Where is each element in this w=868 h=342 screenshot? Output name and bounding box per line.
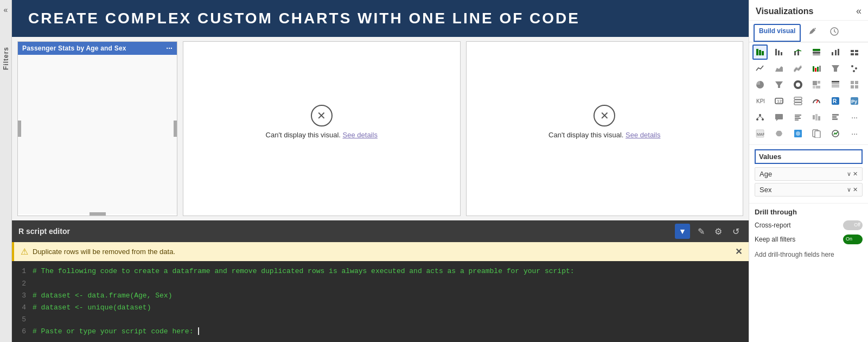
- viz-icon-bar2[interactable]: [828, 110, 843, 125]
- viz-icon-metrics[interactable]: [828, 126, 843, 141]
- tab-build-visual[interactable]: Build visual: [754, 24, 801, 42]
- svg-rect-22: [817, 67, 819, 72]
- viz-icon-table[interactable]: [828, 77, 843, 92]
- add-drillthrough-btn[interactable]: Add drill-through fields here: [755, 249, 863, 261]
- viz-icon-more[interactable]: ···: [847, 110, 862, 125]
- viz-icon-multirow-card[interactable]: [790, 93, 806, 109]
- svg-rect-30: [813, 81, 817, 85]
- visual-card-3-error-text: Can't display this visual. See details: [548, 131, 660, 139]
- viz-icon-line[interactable]: [752, 61, 768, 76]
- viz-icon-filled-map[interactable]: MAP: [752, 126, 768, 141]
- viz-icon-kpi[interactable]: KPI: [752, 93, 768, 109]
- viz-icon-paginated[interactable]: [809, 126, 824, 141]
- viz-icon-filter-visual[interactable]: [771, 77, 787, 92]
- field-age-expand[interactable]: ∨ ✕: [847, 170, 858, 178]
- r-line-code-4: # dataset <- unique(dataset): [33, 302, 151, 314]
- viz-icon-waterfall[interactable]: [809, 61, 824, 76]
- resize-handle-left[interactable]: [18, 121, 21, 137]
- viz-icon-gauge2[interactable]: [809, 93, 824, 109]
- viz-icon-more2[interactable]: ···: [847, 126, 862, 141]
- viz-icon-pie[interactable]: [752, 77, 768, 92]
- viz-icon-scatter2[interactable]: [847, 61, 862, 76]
- viz-icon-map-chart[interactable]: [809, 110, 824, 125]
- svg-rect-40: [851, 85, 854, 88]
- resize-handle-bottom[interactable]: [90, 212, 106, 216]
- viz-icon-smart-narrative[interactable]: [790, 110, 806, 125]
- r-editor-run-btn[interactable]: ▼: [675, 224, 690, 239]
- svg-marker-24: [832, 65, 839, 72]
- visual-card-1-menu[interactable]: ···: [166, 44, 173, 53]
- r-line-num-2: 2: [17, 278, 26, 290]
- tab-analytics[interactable]: [825, 24, 844, 42]
- r-line-code-3: # dataset <- data.frame(Age, Sex): [33, 290, 172, 302]
- svg-rect-4: [775, 49, 777, 55]
- visual-card-2-error-icon: ✕: [311, 105, 333, 126]
- field-sex-expand[interactable]: ∨ ✕: [847, 186, 858, 193]
- visual-card-1[interactable]: Passenger Stats by Age and Sex ···: [17, 41, 177, 216]
- side-collapse-panel[interactable]: « Filters: [0, 0, 12, 342]
- viz-icon-line-bar[interactable]: [790, 45, 806, 60]
- r-editor-edit-btn[interactable]: ✎: [694, 225, 707, 238]
- fields-list: Age ∨ ✕ Sex ∨ ✕: [755, 167, 863, 197]
- r-editor-toolbar: R script editor ▼ ✎ ⚙ ↺: [12, 220, 749, 242]
- svg-line-56: [757, 116, 760, 118]
- viz-icon-funnel[interactable]: [828, 61, 843, 76]
- visuals-row: Passenger Stats by Age and Sex ··· ✕ Can…: [12, 37, 749, 220]
- text-cursor: [198, 327, 199, 335]
- visual-card-3-see-details[interactable]: See details: [626, 131, 660, 139]
- viz-icon-decomp[interactable]: [752, 110, 768, 125]
- r-code-line-5: 5: [17, 314, 743, 326]
- keep-filters-toggle[interactable]: [843, 235, 863, 244]
- svg-rect-67: [832, 118, 838, 120]
- filters-label[interactable]: Filters: [2, 47, 10, 70]
- r-editor-settings-btn[interactable]: ⚙: [712, 225, 725, 238]
- svg-rect-45: [794, 97, 802, 99]
- viz-icon-treemap[interactable]: [809, 77, 824, 92]
- viz-icon-gauge[interactable]: [847, 45, 862, 60]
- svg-point-54: [756, 118, 758, 121]
- svg-point-25: [851, 65, 853, 67]
- viz-icon-shape-map[interactable]: [771, 126, 787, 141]
- svg-rect-15: [851, 50, 854, 52]
- svg-rect-41: [855, 85, 858, 88]
- cross-report-toggle[interactable]: [843, 220, 863, 230]
- viz-icon-azure-map[interactable]: [790, 126, 806, 141]
- viz-collapse-btn[interactable]: «: [856, 5, 861, 17]
- fields-section: Values Age ∨ ✕ Sex ∨ ✕: [749, 145, 868, 203]
- viz-icon-py-visual[interactable]: Py: [847, 93, 862, 109]
- resize-handle-right[interactable]: [174, 121, 177, 137]
- viz-icon-qna[interactable]: [771, 110, 787, 125]
- warning-close-btn[interactable]: ✕: [735, 246, 742, 257]
- visual-card-2-error-text: Can't display this visual. See details: [266, 131, 378, 139]
- r-line-code-2: [33, 278, 37, 290]
- svg-rect-10: [813, 52, 820, 54]
- viz-icon-bar[interactable]: [771, 45, 787, 60]
- viz-icon-card[interactable]: 123: [771, 93, 787, 109]
- svg-text:Py: Py: [851, 99, 857, 104]
- svg-rect-65: [832, 114, 839, 116]
- svg-rect-33: [816, 86, 820, 88]
- r-line-code-6: # Paste or type your script code here:: [33, 326, 199, 338]
- viz-icon-scatter-bar[interactable]: [828, 45, 843, 60]
- r-editor-reload-btn[interactable]: ↺: [729, 225, 742, 238]
- visual-card-1-title: Passenger Stats by Age and Sex: [22, 45, 126, 52]
- r-code-area[interactable]: 1 # The following code to create a dataf…: [12, 261, 749, 342]
- field-item-sex[interactable]: Sex ∨ ✕: [755, 183, 863, 197]
- visual-card-2[interactable]: ✕ Can't display this visual. See details: [183, 41, 461, 216]
- field-item-age[interactable]: Age ∨ ✕: [755, 167, 863, 181]
- viz-icon-area[interactable]: [771, 61, 787, 76]
- visual-card-3[interactable]: ✕ Can't display this visual. See details: [466, 41, 744, 216]
- tab-format[interactable]: [803, 24, 822, 42]
- r-editor-section: R script editor ▼ ✎ ⚙ ↺ ⚠ Duplicate rows…: [12, 220, 749, 342]
- svg-rect-23: [819, 66, 821, 72]
- viz-icon-stacked-bar[interactable]: [752, 45, 768, 60]
- svg-rect-9: [813, 49, 820, 51]
- cross-report-label: Cross-report: [755, 221, 791, 229]
- field-age-actions: ∨ ✕: [847, 170, 858, 178]
- viz-icon-donut[interactable]: [790, 77, 806, 92]
- viz-icon-matrix[interactable]: [847, 77, 862, 92]
- viz-icon-ribbon[interactable]: [790, 61, 806, 76]
- viz-icon-100bar[interactable]: [809, 45, 824, 60]
- visual-card-2-see-details[interactable]: See details: [343, 131, 378, 139]
- viz-icon-r-visual[interactable]: R: [828, 93, 843, 109]
